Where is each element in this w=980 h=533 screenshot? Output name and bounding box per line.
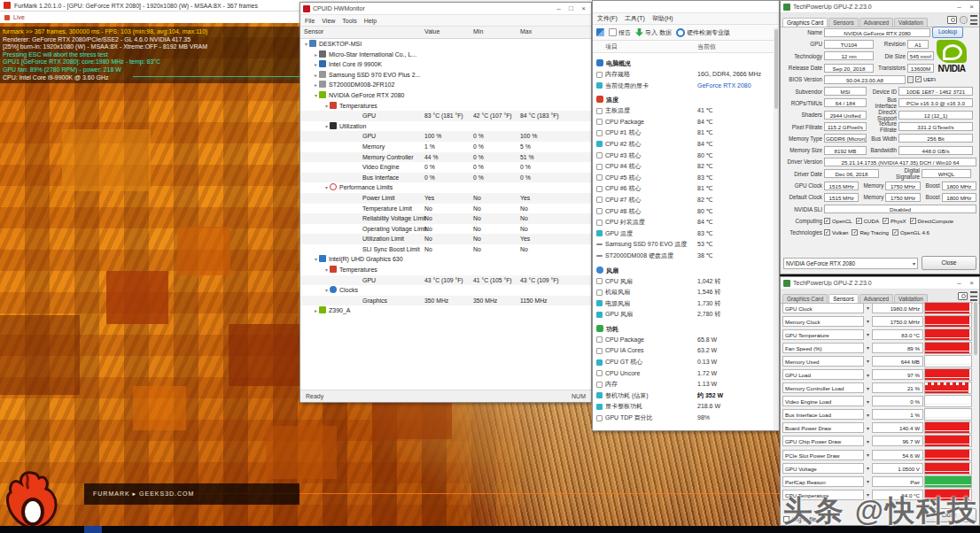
sensor-row[interactable]: GPU 83 °C (181 °F) 42 °C (107 °F) 84 °C …: [300, 111, 591, 121]
tab-sensors[interactable]: Sensors: [828, 18, 858, 27]
sensor-row[interactable]: ▸ST2000DM008-2FR102: [300, 80, 591, 90]
chevron-down-icon[interactable]: ▾: [865, 478, 871, 484]
capability-checkbox[interactable]: ✓: [852, 229, 858, 236]
capability-checkbox[interactable]: ✓: [856, 218, 862, 224]
row-checkbox[interactable]: [596, 208, 603, 214]
maximize-icon[interactable]: □: [566, 4, 576, 13]
sensor-row[interactable]: ▾Utilization: [300, 121, 591, 132]
cn-sensor-row[interactable]: 机箱风扇 1,546 转: [593, 287, 779, 298]
sensor-row[interactable]: ▾Performance Limits: [300, 182, 591, 193]
cn-sensor-row[interactable]: 内存规格 16G, DDR4, 2666 MHz: [593, 69, 779, 81]
row-checkbox[interactable]: [596, 230, 603, 236]
cn-sensor-row[interactable]: GPU 风扇 2,780 转: [593, 309, 779, 321]
row-checkbox[interactable]: [596, 392, 603, 398]
cn-sensor-row[interactable]: 主板温度 41 ℃: [593, 105, 779, 117]
row-checkbox[interactable]: [596, 359, 603, 366]
chevron-down-icon[interactable]: ▾: [865, 305, 871, 311]
sensor-row[interactable]: Temperature Limit No No No: [300, 204, 591, 214]
row-checkbox[interactable]: [596, 141, 603, 147]
cn-sensor-row[interactable]: CPU #1 核心 81 ℃: [593, 127, 779, 139]
tab-graphics-card[interactable]: Graphics Card: [782, 18, 828, 27]
cn-scrollbar[interactable]: [774, 27, 779, 431]
furmark-menu-live[interactable]: Live: [13, 14, 25, 20]
sensor-graph-row[interactable]: Video Engine Load ▾ 0 %: [782, 395, 972, 408]
menu-hamburger-icon[interactable]: [970, 291, 977, 301]
chevron-down-icon[interactable]: ▾: [865, 452, 871, 458]
hwmonitor-titlebar[interactable]: CPUID HWMonitor – □ ×: [300, 3, 591, 15]
chevron-down-icon[interactable]: ▾: [865, 465, 871, 471]
cn-sensor-list[interactable]: 电脑概况 内存规格 16G, DDR4, 2666 MHz 当前使用的显卡 Ge…: [593, 53, 779, 431]
sensor-row[interactable]: ▾Intel(R) UHD Graphics 630: [300, 254, 591, 265]
cn-sensor-row[interactable]: ST2000DM008 硬盘温度 38 ℃: [593, 251, 779, 262]
hwmonitor-column-header[interactable]: Sensor Value Min Max: [300, 27, 591, 39]
row-checkbox[interactable]: [596, 300, 603, 306]
menu-help[interactable]: Help: [364, 18, 377, 24]
taskbar-active-app[interactable]: [84, 526, 102, 533]
sensor-row[interactable]: ▾NVIDIA GeForce RTX 2080: [300, 90, 591, 101]
row-checkbox[interactable]: [596, 370, 603, 376]
cn-sensor-row[interactable]: CPU 封装温度 84 ℃: [593, 217, 779, 228]
cn-sensor-row[interactable]: CPU #5 核心 83 ℃: [593, 173, 779, 184]
chevron-down-icon[interactable]: ▾: [865, 372, 871, 378]
sensor-row[interactable]: ▾Clocks: [300, 285, 591, 296]
cn-sensor-row[interactable]: Samsung SSD 970 EVO 温度 53 ℃: [593, 239, 779, 251]
sensor-graph-row[interactable]: Board Power Draw ▾ 140.4 W: [782, 421, 972, 435]
row-checkbox[interactable]: [596, 108, 603, 114]
sensor-row[interactable]: Power Limit Yes No Yes: [300, 193, 591, 204]
close-button[interactable]: Close: [922, 256, 976, 270]
cn-sensor-row[interactable]: CPU Package 84 ℃: [593, 117, 779, 128]
menu-tools[interactable]: Tools: [342, 18, 356, 24]
sensor-row[interactable]: ▸Micro-Star International Co., L...: [300, 50, 591, 60]
cn-sensor-row[interactable]: CPU #7 核心 82 ℃: [593, 195, 779, 206]
capability-checkbox[interactable]: ✓: [824, 229, 830, 236]
sensor-graph-row[interactable]: GPU Temperature ▾ 83.0 °C: [782, 328, 972, 341]
screenshot-camera-icon[interactable]: [947, 16, 957, 24]
sensor-row[interactable]: Graphics 350 MHz 350 MHz 1150 MHz: [300, 296, 591, 306]
sensor-graph-row[interactable]: Fan Speed (%) ▾ 89 %: [782, 341, 972, 354]
row-checkbox[interactable]: [596, 220, 603, 226]
capability-checkbox[interactable]: ✓: [883, 218, 889, 224]
settings-gear-icon[interactable]: [960, 16, 968, 24]
sensor-row[interactable]: ▸Z390_A: [300, 305, 591, 316]
row-checkbox[interactable]: [596, 312, 603, 318]
capability-checkbox[interactable]: ✓: [910, 218, 916, 224]
sensor-row[interactable]: Operating Voltage Limit No No No: [300, 224, 591, 235]
chevron-down-icon[interactable]: ▾: [865, 358, 871, 364]
gpu-select-combo[interactable]: NVIDIA GeForce RTX 2080▾: [783, 258, 918, 269]
uefi-checkbox[interactable]: ✓: [915, 76, 922, 82]
chevron-down-icon[interactable]: ▾: [865, 331, 871, 337]
sensor-graph-row[interactable]: Memory Used ▾ 644 MB: [782, 354, 972, 367]
chevron-down-icon[interactable]: ▾: [865, 412, 871, 418]
cn-sensor-row[interactable]: 电源风扇 1,730 转: [593, 298, 779, 310]
screenshot-camera-icon[interactable]: [958, 292, 968, 300]
sensor-row[interactable]: Memory 1 % 0 % 5 %: [300, 142, 591, 152]
row-checkbox[interactable]: [596, 348, 603, 354]
cn-titlebar[interactable]: [593, 1, 779, 13]
hwmonitor-sensor-tree[interactable]: ▾DESKTOP-MSI ▸Micro-Star International C…: [300, 39, 591, 382]
row-checkbox[interactable]: [596, 197, 603, 203]
cn-sensor-row[interactable]: CPU Uncore 1.72 W: [593, 368, 779, 380]
minimize-icon[interactable]: –: [954, 278, 964, 288]
row-checkbox[interactable]: [596, 255, 603, 257]
minimize-icon[interactable]: –: [954, 2, 964, 12]
report-button[interactable]: 报告: [609, 28, 631, 37]
sensor-graph-row[interactable]: GPU Load ▾ 97 %: [782, 367, 972, 381]
row-checkbox[interactable]: [596, 174, 603, 181]
col-sensor[interactable]: Sensor: [304, 28, 323, 35]
sensor-row[interactable]: SLI Sync Boost Limit No No No: [300, 244, 591, 255]
cn-sensor-row[interactable]: CPU #8 核心 80 ℃: [593, 206, 779, 218]
gpuz-sensors-titlebar[interactable]: TechPowerUp GPU-Z 2.23.0 – ×: [781, 277, 979, 290]
cn-sensor-row[interactable]: CPU IA Cores 63.2 W: [593, 345, 779, 357]
cn-sensor-row[interactable]: CPU #4 核心 82 ℃: [593, 161, 779, 173]
tree-twisty[interactable]: ▸: [313, 306, 319, 317]
chevron-down-icon[interactable]: ▾: [865, 344, 871, 351]
sensor-row[interactable]: Video Engine 0 % 0 % 0 %: [300, 162, 591, 173]
tab-advanced[interactable]: Advanced: [859, 18, 893, 27]
tab-validation[interactable]: Validation: [894, 18, 928, 27]
sensor-graph-row[interactable]: Memory Controller Load ▾ 21 %: [782, 382, 972, 395]
chevron-down-icon[interactable]: ▾: [865, 425, 871, 431]
row-checkbox[interactable]: [596, 278, 603, 284]
sensor-row[interactable]: ▾Temperatures: [300, 265, 591, 275]
menu-file[interactable]: File: [305, 18, 315, 24]
row-checkbox[interactable]: [596, 82, 603, 89]
